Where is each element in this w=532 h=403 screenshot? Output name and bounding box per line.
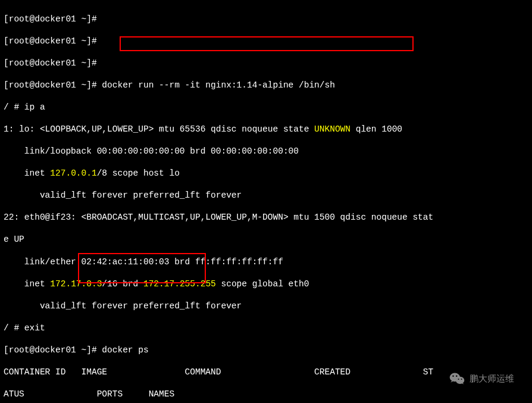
- svg-point-4: [458, 379, 459, 380]
- svg-point-1: [456, 377, 464, 384]
- eth-brd: 172.17.255.255: [143, 279, 216, 289]
- svg-point-3: [456, 375, 457, 376]
- watermark-text: 鹏大师运维: [470, 373, 514, 384]
- state-unknown: UNKNOWN: [314, 124, 351, 134]
- lo-ip: 127.0.0.1: [50, 168, 96, 178]
- svg-point-5: [461, 379, 462, 380]
- prompt: [root@docker01 ~]#: [4, 58, 97, 68]
- prompt: [root@docker01 ~]#: [4, 80, 97, 90]
- wechat-icon: [449, 372, 465, 385]
- sh-prompt: / #: [4, 102, 19, 112]
- lo-link: link/loopback 00:00:00:00:00:00 brd 00:0…: [4, 146, 528, 157]
- eth-link: link/ether 02:42:ac:11:00:03 brd ff:ff:f…: [4, 257, 528, 268]
- table-header: ATUS PORTS NAMES: [4, 389, 528, 400]
- eth-ip: 172.17.0.3: [50, 279, 102, 289]
- terminal-output[interactable]: [root@docker01 ~]# [root@docker01 ~]# [r…: [0, 0, 532, 403]
- eth-interface: 22: eth0@if23: <BROADCAST,MULTICAST,UP,L…: [4, 212, 528, 223]
- lo-interface: 1: lo: <LOOPBACK,UP,LOWER_UP> mtu 65536 …: [4, 124, 314, 134]
- docker-run-cmd: docker run --rm -it nginx:1.14-alpine /b…: [102, 80, 335, 90]
- docker-ps-cmd: docker ps: [102, 345, 148, 355]
- watermark: 鹏大师运维: [449, 372, 514, 385]
- ipa-cmd: ip a: [24, 102, 45, 112]
- prompt: [root@docker01 ~]#: [4, 14, 97, 24]
- sh-prompt: / #: [4, 323, 19, 333]
- prompt: [root@docker01 ~]#: [4, 345, 97, 355]
- exit-cmd: exit: [24, 323, 45, 333]
- prompt: [root@docker01 ~]#: [4, 36, 97, 46]
- svg-point-2: [452, 375, 453, 376]
- eth-valid: valid_lft forever preferred_lft forever: [4, 301, 528, 312]
- lo-valid: valid_lft forever preferred_lft forever: [4, 190, 528, 201]
